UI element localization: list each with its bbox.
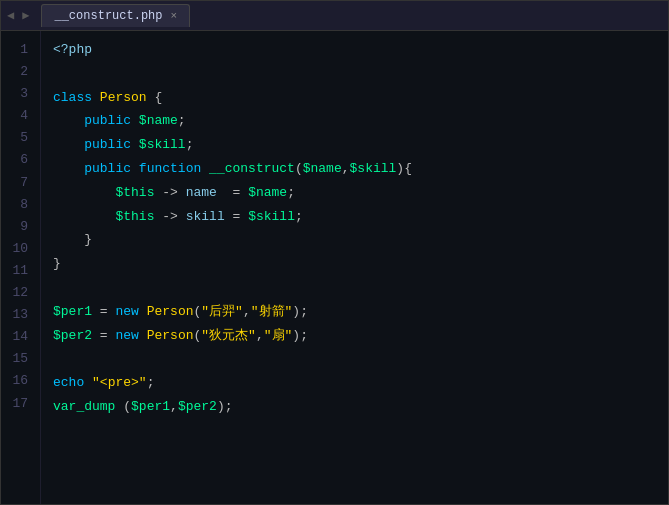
line-number: 12 xyxy=(9,282,28,304)
code-line: $per2 = new Person("狄元杰","扇"); xyxy=(53,325,656,349)
code-area: 1234567891011121314151617 <?phpclass Per… xyxy=(1,31,668,504)
tab-filename: __construct.php xyxy=(54,9,162,23)
code-line: public $skill; xyxy=(53,134,656,158)
line-number: 16 xyxy=(9,370,28,392)
code-line: var_dump ($per1,$per2); xyxy=(53,396,656,420)
line-number: 8 xyxy=(9,194,28,216)
code-line: } xyxy=(53,253,656,277)
code-line xyxy=(53,420,656,444)
line-number: 14 xyxy=(9,326,28,348)
code-line xyxy=(53,348,656,372)
line-number: 6 xyxy=(9,149,28,171)
line-number: 3 xyxy=(9,83,28,105)
line-numbers: 1234567891011121314151617 xyxy=(1,31,41,504)
line-number: 4 xyxy=(9,105,28,127)
back-arrow[interactable]: ◀ xyxy=(5,8,16,23)
code-line: } xyxy=(53,229,656,253)
forward-arrow[interactable]: ▶ xyxy=(20,8,31,23)
line-number: 10 xyxy=(9,238,28,260)
line-number: 15 xyxy=(9,348,28,370)
code-line xyxy=(53,63,656,87)
file-tab[interactable]: __construct.php × xyxy=(41,4,190,27)
code-line: $per1 = new Person("后羿","射箭"); xyxy=(53,301,656,325)
line-number: 17 xyxy=(9,393,28,415)
code-line: public $name; xyxy=(53,110,656,134)
code-line: class Person { xyxy=(53,87,656,111)
line-number: 11 xyxy=(9,260,28,282)
code-line: $this -> skill = $skill; xyxy=(53,206,656,230)
line-number: 5 xyxy=(9,127,28,149)
line-number: 7 xyxy=(9,172,28,194)
line-number: 1 xyxy=(9,39,28,61)
editor-window: ◀ ▶ __construct.php × 123456789101112131… xyxy=(0,0,669,505)
line-number: 2 xyxy=(9,61,28,83)
line-number: 9 xyxy=(9,216,28,238)
tab-close-button[interactable]: × xyxy=(171,10,178,22)
code-content[interactable]: <?phpclass Person { public $name; public… xyxy=(41,31,668,504)
code-line: <?php xyxy=(53,39,656,63)
code-line: public function __construct($name,$skill… xyxy=(53,158,656,182)
nav-arrows: ◀ ▶ xyxy=(5,8,31,23)
line-number: 13 xyxy=(9,304,28,326)
code-line: $this -> name = $name; xyxy=(53,182,656,206)
tab-bar: ◀ ▶ __construct.php × xyxy=(1,1,668,31)
code-line: echo "<pre>"; xyxy=(53,372,656,396)
code-line xyxy=(53,277,656,301)
